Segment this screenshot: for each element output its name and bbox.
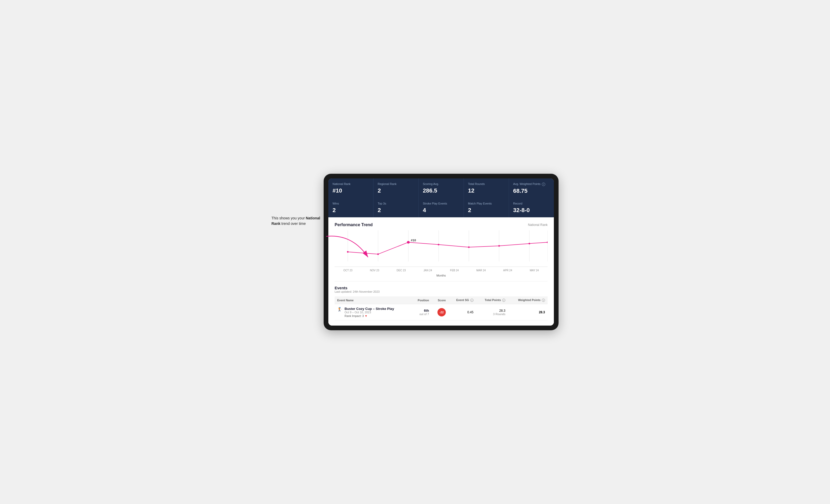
stat-national-rank-value: #10: [332, 187, 369, 194]
annotation: This shows you your National Rank trend …: [272, 215, 329, 227]
event-rank-impact: Rank Impact: 3 ▼: [345, 314, 394, 317]
stat-top3s: Top 3s 2: [374, 198, 418, 217]
stat-record: Record 32-8-0: [509, 198, 554, 217]
event-score-cell: -22: [432, 304, 448, 321]
info-icon-event-sg: i: [470, 299, 474, 302]
stat-match-play-value: 2: [468, 207, 505, 214]
event-cell: 🏌 Buster Cozy Cup – Stroke Play Oct 9 – …: [334, 304, 411, 321]
svg-point-13: [468, 246, 470, 248]
event-total-points-cell: 28.3 3 Rounds: [476, 304, 508, 321]
event-sg-cell: 0.45: [448, 304, 476, 321]
svg-point-12: [438, 244, 439, 245]
col-score: Score: [432, 296, 448, 304]
svg-point-10: [377, 254, 379, 255]
svg-point-16: [547, 242, 548, 243]
annotation-text: This shows you your National Rank trend …: [272, 216, 320, 226]
stats-row-1: National Rank #10 Regional Rank 2 Scorin…: [328, 178, 554, 198]
performance-chart: #10: [334, 230, 548, 267]
events-table-header: Event Name Position Score Event SG: [334, 296, 548, 304]
stat-record-label: Record: [513, 202, 550, 205]
svg-point-11: [407, 241, 410, 244]
col-weighted-points: Weighted Points i: [508, 296, 548, 304]
stat-regional-rank: Regional Rank 2: [374, 178, 418, 198]
stat-scoring-avg: Scoring Avg. 286.5: [419, 178, 464, 198]
stats-row-2: Wins 2 Top 3s 2 Stroke Play Events 4 Mat…: [328, 198, 554, 217]
stat-stroke-play-label: Stroke Play Events: [423, 202, 459, 205]
chart-x-axis-title: Months: [334, 274, 548, 277]
event-info: Buster Cozy Cup – Stroke Play Oct 9 – Oc…: [345, 307, 394, 317]
stat-top3s-label: Top 3s: [378, 202, 414, 205]
perf-trend-title: Performance Trend: [334, 223, 373, 227]
col-event-sg: Event SG i: [448, 296, 476, 304]
x-label-dec23: DEC 23: [388, 269, 414, 272]
event-weighted-points-cell: 28.3: [508, 304, 548, 321]
event-name: Buster Cozy Cup – Stroke Play: [345, 307, 394, 311]
stat-avg-weighted-label: Avg. Weighted Points i: [513, 182, 550, 186]
events-title: Events: [334, 285, 548, 290]
events-table: Event Name Position Score Event SG: [334, 296, 548, 321]
outer-wrapper: This shows you your National Rank trend …: [272, 174, 558, 331]
stat-match-play: Match Play Events 2: [464, 198, 509, 217]
stat-regional-rank-value: 2: [378, 187, 414, 194]
stat-wins-label: Wins: [332, 202, 369, 205]
x-label-mar24: MAR 24: [468, 269, 494, 272]
stat-scoring-avg-label: Scoring Avg.: [423, 182, 459, 186]
col-event-name: Event Name: [334, 296, 411, 304]
col-total-points: Total Points i: [476, 296, 508, 304]
event-sg-value: 0.45: [468, 310, 474, 314]
svg-text:#10: #10: [411, 239, 416, 242]
event-weighted-points: 28.3: [539, 310, 545, 314]
event-golf-icon: 🏌: [337, 307, 343, 312]
stat-stroke-play: Stroke Play Events 4: [419, 198, 464, 217]
stat-total-rounds: Total Rounds 12: [464, 178, 509, 198]
stat-stroke-play-value: 4: [423, 207, 459, 214]
stat-regional-rank-label: Regional Rank: [378, 182, 414, 186]
chart-x-labels: OCT 23 NOV 23 DEC 23 JAN 24 FEB 24 MAR 2…: [334, 268, 548, 273]
event-score-badge: -22: [438, 308, 446, 316]
col-position: Position: [411, 296, 432, 304]
stat-top3s-value: 2: [378, 207, 414, 214]
performance-trend-section: Performance Trend National Rank: [334, 223, 548, 277]
stat-scoring-avg-value: 286.5: [423, 187, 459, 194]
tablet-frame: National Rank #10 Regional Rank 2 Scorin…: [324, 174, 558, 331]
stat-match-play-label: Match Play Events: [468, 202, 505, 205]
stat-national-rank-label: National Rank: [332, 182, 369, 186]
info-icon-weighted-points: i: [542, 299, 545, 302]
stat-total-rounds-value: 12: [468, 187, 505, 194]
event-position-sub: out of 7: [414, 312, 429, 316]
rank-impact-arrow: ▼: [364, 314, 368, 317]
stat-national-rank: National Rank #10: [328, 178, 373, 198]
svg-point-15: [529, 243, 530, 244]
x-label-feb24: FEB 24: [441, 269, 468, 272]
stat-wins: Wins 2: [328, 198, 373, 217]
perf-trend-ylabel: National Rank: [528, 223, 548, 227]
event-position-cell: 6th out of 7: [411, 304, 432, 321]
tablet-screen: National Rank #10 Regional Rank 2 Scorin…: [328, 178, 554, 326]
x-label-oct23: OCT 23: [334, 269, 361, 272]
stat-record-value: 32-8-0: [513, 207, 550, 214]
event-date: Oct 9 – Oct 10, 2023: [345, 311, 394, 314]
stat-wins-value: 2: [332, 207, 369, 214]
svg-point-14: [498, 245, 500, 247]
x-label-nov23: NOV 23: [361, 269, 388, 272]
svg-point-9: [347, 251, 348, 253]
perf-trend-header: Performance Trend National Rank: [334, 223, 548, 227]
chart-svg: #10: [334, 230, 548, 267]
stat-avg-weighted: Avg. Weighted Points i 68.75: [509, 178, 554, 198]
table-row: 🏌 Buster Cozy Cup – Stroke Play Oct 9 – …: [334, 304, 548, 321]
event-position: 6th: [414, 309, 429, 312]
info-icon-weighted: i: [542, 182, 545, 186]
event-total-points-sub: 3 Rounds: [479, 312, 505, 316]
stat-avg-weighted-value: 68.75: [513, 188, 550, 194]
stat-total-rounds-label: Total Rounds: [468, 182, 505, 186]
x-label-jan24: JAN 24: [414, 269, 441, 272]
annotation-bold: National Rank: [272, 216, 320, 226]
x-label-may24: MAY 24: [521, 269, 548, 272]
info-icon-total-points: i: [502, 299, 505, 302]
x-label-apr24: APR 24: [494, 269, 521, 272]
events-last-updated: Last updated: 24th November 2023: [334, 290, 548, 293]
events-section: Events Last updated: 24th November 2023 …: [334, 281, 548, 321]
event-total-points: 28.3: [479, 309, 505, 312]
content-area: Performance Trend National Rank: [328, 217, 554, 326]
